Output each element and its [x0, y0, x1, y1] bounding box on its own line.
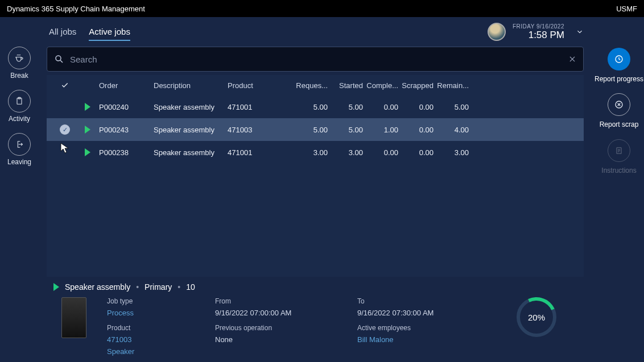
value-to: 9/16/2022 07:30:00 AM [357, 309, 482, 317]
table-row[interactable]: P000238 Speaker assembly 471001 3.00 3.0… [47, 141, 584, 164]
header-right: FRIDAY 9/16/2022 1:58 PM [488, 23, 584, 41]
progress-percent: 20% [517, 297, 556, 337]
clear-icon[interactable] [568, 55, 576, 63]
main-area: All jobs Active jobs FRIDAY 9/16/2022 1:… [39, 17, 594, 362]
label-product: Product [107, 324, 198, 332]
cell-remaining: 4.00 [437, 126, 472, 134]
jobs-table: Order Description Product Reques... Star… [47, 75, 584, 277]
label-job-type: Job type [107, 297, 198, 305]
app-title: Dynamics 365 Supply Chain Management [7, 5, 145, 13]
nav-break-label: Break [10, 72, 28, 80]
coffee-icon [8, 47, 31, 69]
play-icon[interactable] [85, 148, 90, 156]
nav-leaving-label: Leaving [7, 158, 31, 166]
cell-description: Speaker assembly [154, 148, 228, 157]
cell-scrapped: 0.00 [402, 148, 437, 157]
cell-completed: 0.00 [366, 148, 402, 157]
search-bar[interactable] [47, 47, 584, 72]
exit-icon [8, 133, 31, 156]
table-row[interactable]: P000240 Speaker assembly 471001 5.00 5.0… [47, 95, 584, 118]
cell-product: 471001 [228, 148, 296, 157]
details-title: Speaker assembly [65, 282, 130, 292]
scrap-icon [608, 93, 630, 116]
avatar[interactable] [488, 23, 506, 41]
label-prev-op: Previous operation [215, 324, 340, 332]
cell-order: P000243 [99, 126, 154, 134]
separator-dot: • [136, 282, 139, 292]
play-icon[interactable] [85, 103, 90, 111]
cell-remaining: 3.00 [437, 148, 472, 157]
tab-active-jobs[interactable]: Active jobs [89, 23, 130, 41]
value-product-name[interactable]: Speaker [107, 347, 198, 356]
cell-started: 3.00 [331, 148, 366, 157]
cell-requested: 5.00 [296, 103, 331, 111]
label-to: To [357, 297, 482, 305]
right-nav: Report progress Report scrap Instruction… [594, 17, 644, 362]
header-check-icon[interactable] [53, 81, 76, 89]
nav-instructions: Instructions [601, 139, 636, 174]
tab-all-jobs[interactable]: All jobs [49, 23, 76, 41]
cell-started: 5.00 [331, 103, 366, 111]
nav-leaving[interactable]: Leaving [7, 133, 31, 166]
clipboard-icon [8, 90, 31, 113]
cell-started: 5.00 [331, 126, 366, 134]
cell-scrapped: 0.00 [402, 126, 437, 134]
header-started[interactable]: Started [331, 81, 366, 90]
value-active-emp[interactable]: Bill Malone [357, 335, 482, 344]
cell-completed: 0.00 [366, 103, 402, 111]
checked-icon[interactable]: ✓ [60, 124, 70, 135]
cell-description: Speaker assembly [154, 126, 228, 134]
table-header: Order Description Product Reques... Star… [47, 75, 584, 95]
header-requested[interactable]: Reques... [296, 81, 331, 90]
table-row[interactable]: ✓ P000243 Speaker assembly 471003 5.00 5… [47, 118, 584, 141]
header-description[interactable]: Description [154, 81, 228, 90]
progress-ring: 20% [517, 297, 556, 337]
play-icon[interactable] [85, 126, 90, 134]
value-product-id[interactable]: 471003 [107, 335, 198, 344]
progress-icon [608, 48, 630, 70]
company-code: USMF [616, 5, 637, 13]
search-input[interactable] [70, 55, 568, 64]
value-job-type[interactable]: Process [107, 309, 198, 317]
nav-report-scrap[interactable]: Report scrap [600, 93, 639, 128]
search-icon [54, 54, 64, 64]
cell-scrapped: 0.00 [402, 103, 437, 111]
product-thumbnail [61, 297, 86, 338]
cell-completed: 1.00 [366, 126, 402, 134]
separator-dot: • [177, 282, 180, 292]
cell-order: P000238 [99, 148, 154, 157]
header-completed[interactable]: Comple... [366, 81, 402, 90]
cell-order: P000240 [99, 103, 154, 111]
details-tag: Primary [145, 282, 172, 292]
header-date: FRIDAY 9/16/2022 [513, 23, 564, 30]
nav-activity-label: Activity [9, 115, 30, 123]
header-remaining[interactable]: Remain... [437, 81, 472, 90]
nav-activity[interactable]: Activity [8, 90, 31, 123]
value-from: 9/16/2022 07:00:00 AM [215, 309, 340, 317]
label-active-emp: Active employees [357, 324, 482, 332]
instructions-icon [608, 139, 630, 162]
chevron-down-icon[interactable] [576, 28, 584, 36]
header-scrapped[interactable]: Scrapped [402, 81, 437, 90]
header-time: 1:58 PM [513, 30, 564, 41]
cell-product: 471001 [228, 103, 296, 111]
details-qty: 10 [186, 282, 195, 292]
cell-description: Speaker assembly [154, 103, 228, 111]
nav-report-progress-label: Report progress [595, 75, 643, 83]
nav-report-progress[interactable]: Report progress [595, 48, 643, 83]
cell-remaining: 5.00 [437, 103, 472, 111]
cell-requested: 3.00 [296, 148, 331, 157]
left-nav: Break Activity Leaving [0, 17, 39, 362]
play-icon [53, 283, 59, 291]
header-order[interactable]: Order [99, 81, 154, 90]
cell-requested: 5.00 [296, 126, 331, 134]
header-product[interactable]: Product [228, 81, 296, 90]
details-pane: Speaker assembly • Primary • 10 Job type… [39, 277, 594, 362]
nav-instructions-label: Instructions [601, 167, 636, 174]
label-from: From [215, 297, 340, 305]
nav-break[interactable]: Break [8, 47, 31, 80]
cell-product: 471003 [228, 126, 296, 134]
svg-point-2 [56, 56, 61, 61]
value-prev-op: None [215, 335, 340, 344]
nav-report-scrap-label: Report scrap [600, 120, 639, 128]
